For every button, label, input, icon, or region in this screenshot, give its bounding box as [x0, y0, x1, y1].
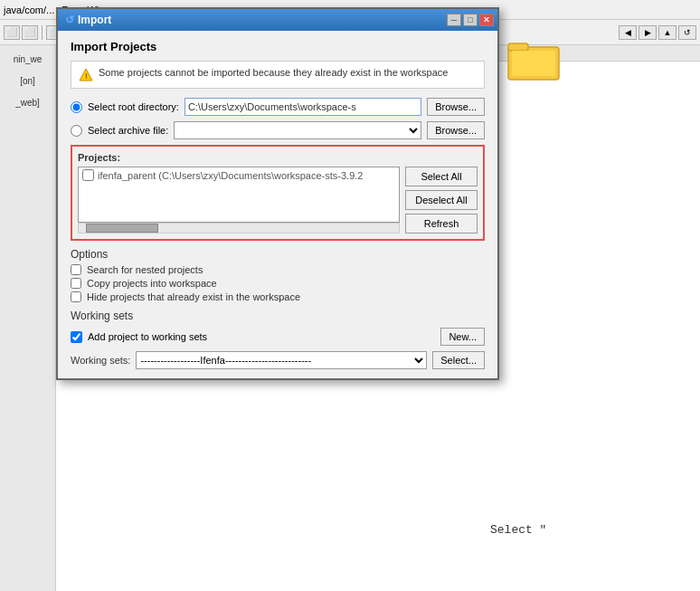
toolbar-btn-2[interactable]: ⬜ — [22, 25, 38, 40]
new-working-set-button[interactable]: New... — [440, 328, 485, 346]
scrollbar-thumb[interactable] — [86, 224, 158, 233]
horizontal-scrollbar[interactable] — [78, 223, 400, 234]
project-checkbox-1[interactable] — [82, 169, 94, 181]
checkbox-row-2: Copy projects into workspace — [71, 278, 485, 289]
options-section: Options Search for nested projects Copy … — [71, 248, 485, 302]
dialog-icon: ↺ — [65, 14, 74, 26]
projects-inner: ifenfa_parent (C:\Users\zxy\Documents\wo… — [78, 167, 478, 234]
nav-forward[interactable]: ▶ — [639, 25, 657, 40]
working-sets-select[interactable]: ------------------Ifenfa----------------… — [136, 351, 427, 369]
nav-up[interactable]: ▲ — [658, 25, 676, 40]
projects-list-area[interactable]: ifenfa_parent (C:\Users\zxy\Documents\wo… — [78, 167, 400, 223]
nested-projects-label: Search for nested projects — [87, 264, 203, 275]
minimize-button[interactable]: ─ — [447, 14, 461, 26]
nested-projects-checkbox[interactable] — [71, 264, 81, 275]
working-sets-dropdown-row: Working sets: ------------------Ifenfa--… — [71, 351, 485, 369]
checkbox-row-3: Hide projects that already exist in the … — [71, 291, 485, 302]
root-directory-input[interactable] — [184, 98, 421, 116]
archive-browse-button[interactable]: Browse... — [427, 121, 485, 139]
archive-file-select[interactable] — [174, 121, 421, 139]
projects-section: Projects: ifenfa_parent (C:\Users\zxy\Do… — [71, 145, 485, 241]
dialog-content: Import Projects ! Some projects cannot b… — [58, 31, 497, 378]
projects-buttons: Select All Deselect All Refresh — [405, 167, 478, 234]
root-directory-row: Select root directory: Browse... — [71, 98, 485, 116]
close-button[interactable]: ✕ — [479, 14, 494, 26]
menu-path: java/com/... — [4, 5, 54, 15]
working-sets-section: Working sets Add project to working sets… — [71, 310, 485, 369]
archive-file-radio[interactable] — [71, 125, 82, 137]
warning-icon: ! — [79, 68, 93, 82]
maximize-button[interactable]: □ — [463, 14, 478, 26]
warning-text: Some projects cannot be imported because… — [99, 67, 448, 78]
dialog-titlebar: ↺ Import ─ □ ✕ — [58, 9, 497, 31]
add-to-working-sets-label: Add project to working sets — [88, 331, 207, 342]
projects-label: Projects: — [78, 152, 478, 163]
archive-file-row: Select archive file: Browse... — [71, 121, 485, 139]
select-quote-text: Select " — [490, 523, 546, 537]
svg-rect-2 — [512, 51, 555, 76]
select-working-set-button[interactable]: Select... — [432, 351, 485, 369]
refresh-button[interactable]: Refresh — [405, 214, 478, 234]
toolbar-btn-1[interactable]: ⬜ — [4, 25, 20, 40]
archive-file-label: Select archive file: — [88, 125, 168, 136]
svg-text:!: ! — [85, 71, 88, 81]
dialog-title-buttons: ─ □ ✕ — [447, 14, 494, 26]
root-browse-button[interactable]: Browse... — [427, 98, 485, 116]
checkbox-row-1: Search for nested projects — [71, 264, 485, 275]
svg-rect-1 — [508, 43, 528, 51]
warning-box: ! Some projects cannot be imported becau… — [71, 61, 485, 89]
list-item[interactable]: ifenfa_parent (C:\Users\zxy\Documents\wo… — [79, 167, 399, 183]
dialog-title: Import — [78, 14, 111, 26]
sidebar-item-2[interactable]: [on] — [5, 71, 51, 91]
sidebar-item-1[interactable]: nin_we — [5, 49, 51, 69]
working-sets-add-row: Add project to working sets New... — [71, 328, 485, 346]
dialog-header: Import Projects — [71, 40, 485, 53]
root-directory-label: Select root directory: — [88, 101, 179, 112]
nav-refresh[interactable]: ↺ — [678, 25, 696, 40]
working-sets-label: Working sets — [71, 310, 485, 322]
copy-projects-checkbox[interactable] — [71, 278, 81, 289]
select-all-button[interactable]: Select All — [405, 167, 478, 186]
working-sets-dropdown-label: Working sets: — [71, 355, 130, 366]
nav-back[interactable]: ◀ — [619, 25, 637, 40]
add-to-working-sets-checkbox[interactable] — [71, 331, 82, 343]
hide-projects-label: Hide projects that already exist in the … — [87, 291, 300, 302]
root-directory-radio[interactable] — [71, 101, 82, 113]
project-label-1: ifenfa_parent (C:\Users\zxy\Documents\wo… — [98, 170, 363, 181]
ide-sidebar: nin_we [on] _web] — [0, 45, 56, 591]
projects-list-container: ifenfa_parent (C:\Users\zxy\Documents\wo… — [78, 167, 400, 234]
import-dialog: ↺ Import ─ □ ✕ Import Projects — [56, 7, 499, 380]
deselect-all-button[interactable]: Deselect All — [405, 190, 478, 210]
sidebar-item-3[interactable]: _web] — [5, 92, 51, 112]
copy-projects-label: Copy projects into workspace — [87, 278, 217, 289]
hide-projects-checkbox[interactable] — [71, 291, 81, 302]
folder-decoration — [506, 36, 561, 81]
options-label: Options — [71, 248, 485, 261]
